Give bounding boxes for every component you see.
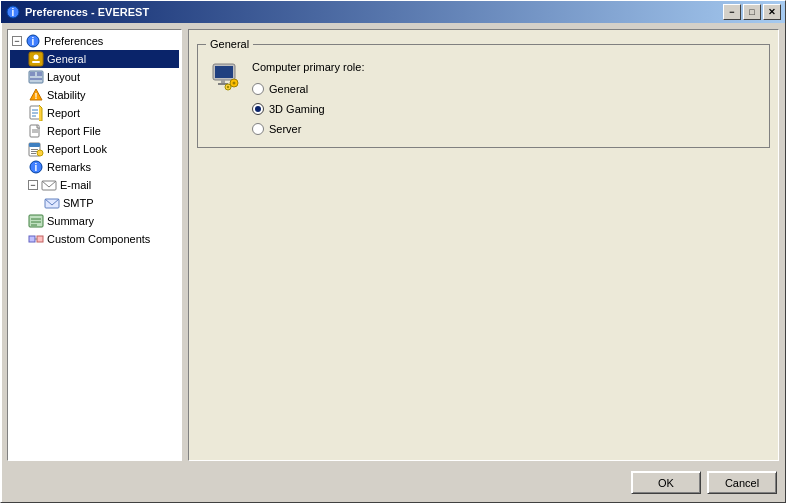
radio-group: General 3D Gaming <box>252 83 364 135</box>
layout-label: Layout <box>47 71 80 83</box>
radio-3d-gaming-circle[interactable] <box>252 103 264 115</box>
title-bar-left: i Preferences - EVEREST <box>5 4 149 20</box>
radio-general-circle[interactable] <box>252 83 264 95</box>
title-bar-buttons: − □ ✕ <box>723 4 781 20</box>
sidebar-item-stability[interactable]: ! Stability <box>10 86 179 104</box>
sidebar-item-report-file[interactable]: Report File <box>10 122 179 140</box>
window-icon: i <box>5 4 21 20</box>
svg-rect-21 <box>29 143 40 147</box>
svg-rect-38 <box>215 66 233 78</box>
sidebar-item-preferences[interactable]: − i Preferences <box>10 32 179 50</box>
preferences-icon: i <box>25 33 41 49</box>
sidebar[interactable]: − i Preferences <box>7 29 182 461</box>
radio-server-label: Server <box>269 123 301 135</box>
svg-rect-9 <box>37 72 42 76</box>
remarks-icon: i <box>28 159 44 175</box>
role-options: Computer primary role: General <box>252 61 364 135</box>
sidebar-item-layout[interactable]: Layout <box>10 68 179 86</box>
report-label: Report <box>47 107 80 119</box>
remarks-label: Remarks <box>47 161 91 173</box>
preferences-window: i Preferences - EVEREST − □ ✕ − i <box>0 0 786 503</box>
radio-server-circle[interactable] <box>252 123 264 135</box>
ok-button[interactable]: OK <box>631 471 701 494</box>
email-label: E-mail <box>60 179 91 191</box>
window-content: − i Preferences <box>1 23 785 502</box>
sidebar-item-email[interactable]: − E-mail <box>10 176 179 194</box>
role-label: Computer primary role: <box>252 61 364 73</box>
general-label: General <box>47 53 86 65</box>
svg-point-5 <box>34 55 39 60</box>
radio-server[interactable]: Server <box>252 123 364 135</box>
sidebar-item-custom-components[interactable]: Custom Components <box>10 230 179 248</box>
svg-text:i: i <box>32 36 35 47</box>
general-group: General <box>197 44 770 148</box>
cancel-button[interactable]: Cancel <box>707 471 777 494</box>
svg-rect-22 <box>31 149 38 150</box>
custom-components-label: Custom Components <box>47 233 150 245</box>
computer-role-icon <box>210 61 242 93</box>
svg-rect-24 <box>31 153 36 154</box>
layout-icon <box>28 69 44 85</box>
stability-label: Stability <box>47 89 86 101</box>
main-area: − i Preferences <box>7 29 779 461</box>
group-title: General <box>206 38 253 50</box>
role-section: Computer primary role: General <box>210 61 757 135</box>
sidebar-item-general[interactable]: General <box>10 50 179 68</box>
preferences-label: Preferences <box>44 35 103 47</box>
smtp-icon <box>44 195 60 211</box>
sidebar-item-report-look[interactable]: Report Look <box>10 140 179 158</box>
summary-icon <box>28 213 44 229</box>
report-file-icon <box>28 123 44 139</box>
window-title: Preferences - EVEREST <box>25 6 149 18</box>
content-panel: General <box>188 29 779 461</box>
radio-general[interactable]: General <box>252 83 364 95</box>
close-button[interactable]: ✕ <box>763 4 781 20</box>
radio-general-label: General <box>269 83 308 95</box>
smtp-label: SMTP <box>63 197 94 209</box>
svg-rect-6 <box>32 61 40 63</box>
sidebar-item-report[interactable]: Report <box>10 104 179 122</box>
email-expand-icon[interactable]: − <box>28 180 38 190</box>
sidebar-item-remarks[interactable]: i Remarks <box>10 158 179 176</box>
summary-label: Summary <box>47 215 94 227</box>
report-look-label: Report Look <box>47 143 107 155</box>
svg-text:!: ! <box>35 91 38 101</box>
svg-rect-34 <box>29 236 35 242</box>
svg-rect-10 <box>30 78 42 80</box>
email-icon <box>41 177 57 193</box>
maximize-button[interactable]: □ <box>743 4 761 20</box>
svg-point-44 <box>227 86 229 88</box>
radio-3d-gaming[interactable]: 3D Gaming <box>252 103 364 115</box>
report-icon <box>28 105 44 121</box>
minimize-button[interactable]: − <box>723 4 741 20</box>
svg-point-25 <box>37 150 43 156</box>
sidebar-item-smtp[interactable]: SMTP <box>10 194 179 212</box>
custom-components-icon <box>28 231 44 247</box>
radio-3d-gaming-label: 3D Gaming <box>269 103 325 115</box>
report-file-label: Report File <box>47 125 101 137</box>
general-icon <box>28 51 44 67</box>
svg-rect-8 <box>30 72 35 76</box>
stability-icon: ! <box>28 87 44 103</box>
svg-text:i: i <box>35 162 38 173</box>
report-look-icon <box>28 141 44 157</box>
button-row: OK Cancel <box>7 467 779 496</box>
svg-rect-35 <box>37 236 43 242</box>
svg-text:i: i <box>12 7 15 18</box>
expand-icon[interactable]: − <box>12 36 22 46</box>
svg-point-42 <box>233 82 236 85</box>
title-bar: i Preferences - EVEREST − □ ✕ <box>1 1 785 23</box>
radio-3d-gaming-dot <box>255 106 261 112</box>
sidebar-item-summary[interactable]: Summary <box>10 212 179 230</box>
